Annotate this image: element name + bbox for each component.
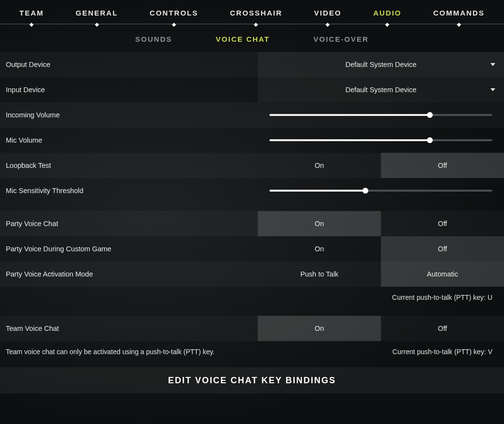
- section-party: Party Voice Chat On Off Party Voice Duri…: [0, 211, 504, 308]
- dropdown-input-device[interactable]: Default System Device: [258, 77, 504, 102]
- label-team-voice-chat: Team Voice Chat: [6, 325, 258, 332]
- subtab-voice-chat[interactable]: VOICE CHAT: [216, 35, 269, 43]
- label-incoming-volume: Incoming Volume: [6, 111, 258, 119]
- label-output-device: Output Device: [6, 61, 258, 68]
- info-text: Current push-to-talk (PTT) key: U: [392, 294, 492, 301]
- label-input-device: Input Device: [6, 86, 258, 94]
- toggle-activation-ptt[interactable]: Push to Talk: [258, 261, 381, 287]
- slider-knob[interactable]: [427, 137, 433, 143]
- slider-mic-sensitivity[interactable]: [269, 190, 492, 192]
- toggle-team-voice-chat: On Off: [258, 316, 504, 341]
- toggle-team-voice-on[interactable]: On: [258, 316, 381, 341]
- label-party-activation: Party Voice Activation Mode: [6, 270, 258, 278]
- tab-team[interactable]: TEAM: [19, 9, 44, 17]
- edit-bindings-button[interactable]: EDIT VOICE CHAT KEY BINDINGS: [0, 367, 504, 393]
- toggle-loopback-off[interactable]: Off: [381, 153, 504, 178]
- toggle-party-custom-off[interactable]: Off: [381, 236, 504, 261]
- settings-panel: Output Device Default System Device Inpu…: [0, 52, 504, 393]
- secondary-tab-bar: SOUNDS VOICE CHAT VOICE-OVER: [0, 24, 504, 52]
- dropdown-output-device[interactable]: Default System Device: [258, 52, 504, 77]
- subtab-sounds[interactable]: SOUNDS: [135, 35, 172, 43]
- label-party-voice-chat: Party Voice Chat: [6, 220, 258, 228]
- slider-knob[interactable]: [362, 188, 368, 194]
- toggle-loopback-on[interactable]: On: [258, 153, 381, 178]
- tab-commands[interactable]: COMMANDS: [433, 9, 485, 17]
- label-party-voice-custom: Party Voice During Custom Game: [6, 245, 258, 253]
- label-mic-sensitivity: Mic Sensitivity Threshold: [6, 187, 258, 195]
- toggle-loopback-test: On Off: [258, 153, 504, 178]
- tab-crosshair[interactable]: CROSSHAIR: [230, 9, 282, 17]
- toggle-party-voice-off[interactable]: Off: [381, 211, 504, 236]
- chevron-down-icon: [490, 63, 495, 66]
- row-mic-volume: Mic Volume: [0, 128, 504, 153]
- slider-mic-volume[interactable]: [269, 139, 492, 141]
- label-loopback-test: Loopback Test: [6, 162, 258, 169]
- info-team-note: Team voice chat can only be activated us…: [6, 348, 215, 356]
- row-incoming-volume: Incoming Volume: [0, 102, 504, 128]
- tab-controls[interactable]: CONTROLS: [150, 9, 198, 17]
- dropdown-value: Default System Device: [346, 61, 417, 68]
- toggle-team-voice-off[interactable]: Off: [381, 316, 504, 341]
- info-team: Team voice chat can only be activated us…: [0, 341, 504, 362]
- row-input-device: Input Device Default System Device: [0, 77, 504, 102]
- tab-audio[interactable]: AUDIO: [373, 9, 401, 17]
- toggle-party-voice-chat: On Off: [258, 211, 504, 236]
- row-mic-sensitivity: Mic Sensitivity Threshold: [0, 178, 504, 203]
- chevron-down-icon: [490, 88, 495, 91]
- info-team-ptt: Current push-to-talk (PTT) key: V: [393, 348, 492, 356]
- primary-tab-bar: TEAM GENERAL CONTROLS CROSSHAIR VIDEO AU…: [0, 0, 504, 24]
- slider-knob[interactable]: [427, 112, 433, 118]
- dropdown-value: Default System Device: [346, 86, 417, 94]
- row-party-voice-chat: Party Voice Chat On Off: [0, 211, 504, 236]
- row-party-voice-custom: Party Voice During Custom Game On Off: [0, 236, 504, 261]
- row-team-voice-chat: Team Voice Chat On Off: [0, 316, 504, 341]
- row-loopback-test: Loopback Test On Off: [0, 153, 504, 178]
- toggle-activation-auto[interactable]: Automatic: [381, 261, 504, 287]
- label-mic-volume: Mic Volume: [6, 136, 258, 144]
- tab-video[interactable]: VIDEO: [314, 9, 342, 17]
- tab-general[interactable]: GENERAL: [76, 9, 118, 17]
- slider-incoming-volume[interactable]: [269, 114, 492, 116]
- row-party-activation: Party Voice Activation Mode Push to Talk…: [0, 261, 504, 287]
- section-devices: Output Device Default System Device Inpu…: [0, 52, 504, 203]
- toggle-party-voice-on[interactable]: On: [258, 211, 381, 236]
- toggle-party-custom-on[interactable]: On: [258, 236, 381, 261]
- section-team: Team Voice Chat On Off Team voice chat c…: [0, 316, 504, 362]
- info-party-ptt: Current push-to-talk (PTT) key: U: [0, 287, 504, 308]
- toggle-party-activation: Push to Talk Automatic: [258, 261, 504, 287]
- toggle-party-voice-custom: On Off: [258, 236, 504, 261]
- row-output-device: Output Device Default System Device: [0, 52, 504, 77]
- subtab-voice-over[interactable]: VOICE-OVER: [314, 35, 369, 43]
